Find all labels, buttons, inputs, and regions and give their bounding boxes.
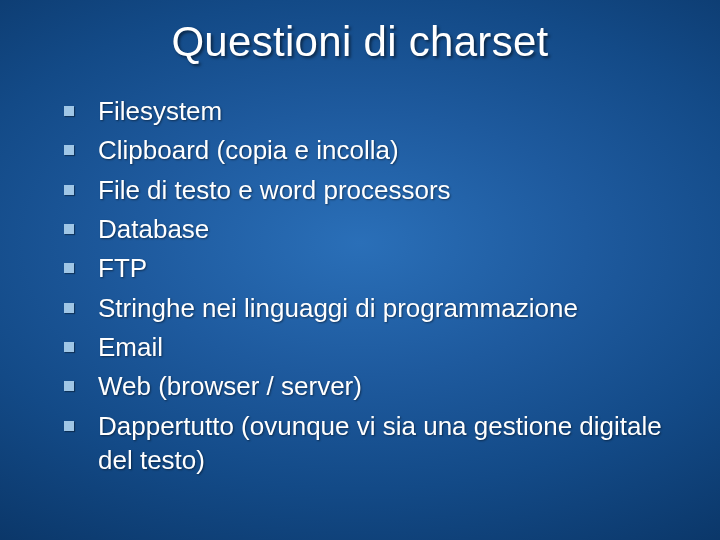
bullet-icon — [64, 421, 74, 431]
bullet-icon — [64, 381, 74, 391]
list-item: Database — [64, 212, 680, 246]
list-item-text: FTP — [98, 253, 147, 283]
list-item: Dappertutto (ovunque vi sia una gestione… — [64, 409, 680, 478]
list-item: Clipboard (copia e incolla) — [64, 133, 680, 167]
list-item-text: Clipboard (copia e incolla) — [98, 135, 399, 165]
bullet-icon — [64, 224, 74, 234]
bullet-icon — [64, 106, 74, 116]
list-item-text: Filesystem — [98, 96, 222, 126]
bullet-icon — [64, 185, 74, 195]
list-item-text: Dappertutto (ovunque vi sia una gestione… — [98, 411, 662, 475]
list-item: FTP — [64, 251, 680, 285]
list-item: Filesystem — [64, 94, 680, 128]
slide: Questioni di charset Filesystem Clipboar… — [0, 0, 720, 540]
bullet-list: Filesystem Clipboard (copia e incolla) F… — [40, 94, 680, 477]
bullet-icon — [64, 145, 74, 155]
bullet-icon — [64, 303, 74, 313]
slide-title: Questioni di charset — [40, 18, 680, 66]
list-item: Web (browser / server) — [64, 369, 680, 403]
list-item-text: Web (browser / server) — [98, 371, 362, 401]
bullet-icon — [64, 263, 74, 273]
list-item-text: Email — [98, 332, 163, 362]
bullet-icon — [64, 342, 74, 352]
list-item-text: Stringhe nei linguaggi di programmazione — [98, 293, 578, 323]
list-item: File di testo e word processors — [64, 173, 680, 207]
list-item-text: File di testo e word processors — [98, 175, 451, 205]
list-item-text: Database — [98, 214, 209, 244]
list-item: Email — [64, 330, 680, 364]
list-item: Stringhe nei linguaggi di programmazione — [64, 291, 680, 325]
